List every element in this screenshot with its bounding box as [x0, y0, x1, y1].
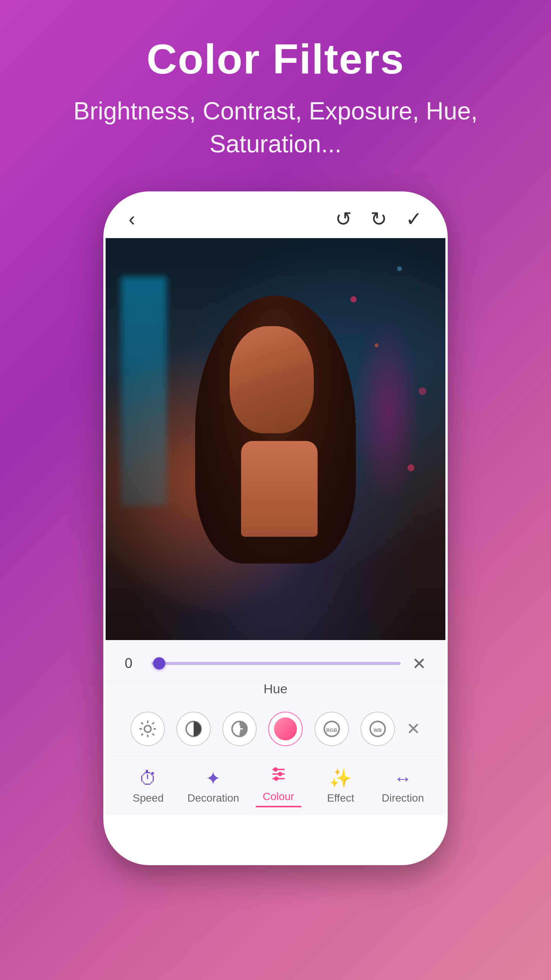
wb-filter-button[interactable]: WB — [360, 712, 395, 746]
speed-icon: ⏱ — [139, 768, 157, 789]
filter-close-button[interactable]: ✕ — [406, 719, 421, 738]
slider-label: Hue — [106, 681, 445, 702]
contrast-filter-button[interactable] — [176, 712, 211, 746]
decoration-icon: ✦ — [205, 768, 221, 789]
nav-speed[interactable]: ⏱ Speed — [125, 768, 171, 804]
svg-line-7 — [141, 733, 143, 735]
phone-body: ‹ ↺ ↻ ✓ 0 — [103, 191, 448, 865]
redo-button[interactable]: ↻ — [370, 207, 387, 230]
hue-color-indicator — [274, 717, 297, 740]
slider-row: 0 ✕ — [106, 640, 445, 681]
active-tab-indicator — [256, 806, 302, 807]
svg-point-0 — [144, 725, 151, 732]
person-image — [180, 296, 371, 640]
effect-label: Effect — [327, 792, 354, 804]
hue-filter-button[interactable] — [268, 712, 303, 746]
nav-colour[interactable]: Colour — [256, 765, 302, 807]
page-title: Color Filters — [147, 34, 404, 83]
phone-mockup: ‹ ↺ ↻ ✓ 0 — [103, 191, 448, 865]
nav-decoration[interactable]: ✦ Decoration — [187, 768, 239, 804]
svg-text:WB: WB — [373, 727, 382, 733]
direction-icon: ↔ — [394, 768, 412, 789]
rgb-filter-button[interactable]: RGB — [315, 712, 349, 746]
hue-slider[interactable] — [152, 662, 401, 665]
filter-icons-row: RGB WB ✕ — [106, 702, 445, 756]
photo-area — [106, 238, 445, 640]
slider-value: 0 — [125, 655, 140, 671]
svg-line-8 — [152, 722, 154, 724]
svg-line-4 — [152, 733, 154, 735]
speed-label: Speed — [133, 792, 164, 804]
page-subtitle: Brightness, Contrast, Exposure, Hue, Sat… — [0, 95, 551, 161]
effect-icon: ✨ — [329, 768, 352, 789]
nav-effect[interactable]: ✨ Effect — [318, 768, 364, 804]
decoration-label: Decoration — [187, 792, 239, 804]
bottom-nav: ⏱ Speed ✦ Decoration — [106, 756, 445, 815]
exposure-filter-button[interactable] — [222, 712, 257, 746]
colour-label: Colour — [262, 791, 294, 803]
svg-point-22 — [275, 777, 278, 780]
colour-icon — [269, 765, 288, 787]
brightness-filter-button[interactable] — [130, 712, 165, 746]
undo-button[interactable]: ↺ — [335, 207, 352, 230]
svg-point-20 — [274, 768, 277, 771]
nav-direction[interactable]: ↔ Direction — [380, 768, 426, 804]
phone-topbar: ‹ ↺ ↻ ✓ — [106, 194, 445, 238]
back-button[interactable]: ‹ — [129, 207, 135, 230]
confirm-button[interactable]: ✓ — [406, 207, 422, 230]
svg-text:RGB: RGB — [326, 727, 337, 733]
svg-point-21 — [279, 773, 282, 776]
slider-close-button[interactable]: ✕ — [412, 654, 426, 673]
direction-label: Direction — [381, 792, 424, 804]
svg-line-3 — [141, 722, 143, 724]
